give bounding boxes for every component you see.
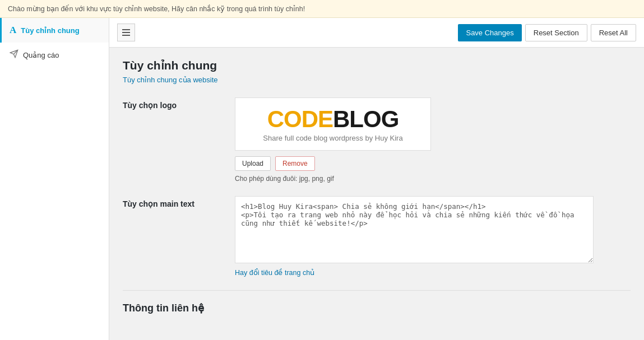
svg-rect-2 xyxy=(122,35,130,36)
upload-button[interactable]: Upload xyxy=(235,156,271,171)
quang-cao-icon xyxy=(10,49,18,60)
sidebar-item-tuy-chinh-chung[interactable]: A Tùy chỉnh chung xyxy=(0,18,109,43)
divider xyxy=(123,290,631,291)
main-text-field: Hay đổi tiêu đề trang chủ xyxy=(235,196,631,277)
logo-tagline: Share full code blog wordpress by Huy Ki… xyxy=(243,134,423,142)
page-title: Tùy chỉnh chung xyxy=(123,59,631,72)
reset-section-button[interactable]: Reset Section xyxy=(525,24,587,41)
top-notice: Chào mừng bạn đến với khu vực tùy chỉnh … xyxy=(0,0,644,18)
save-changes-button[interactable]: Save Changes xyxy=(458,24,521,41)
logo-field: CODEBLOG Share full code blog wordpress … xyxy=(235,97,631,183)
svg-rect-0 xyxy=(122,29,130,30)
main-text-label: Tùy chọn main text xyxy=(123,196,235,208)
sidebar-item-label-tuy-chinh: Tùy chỉnh chung xyxy=(21,26,79,35)
logo-preview: CODEBLOG Share full code blog wordpress … xyxy=(235,97,431,151)
toolbar-left xyxy=(117,24,135,41)
sidebar: A Tùy chỉnh chung Quảng cáo xyxy=(0,18,109,340)
main-area: Save Changes Reset Section Reset All Tùy… xyxy=(109,18,644,340)
reset-all-button[interactable]: Reset All xyxy=(591,24,636,41)
menu-toggle-button[interactable] xyxy=(117,24,135,41)
page-subtitle: Tùy chỉnh chung của website xyxy=(123,76,631,84)
logo-blog-text: BLOG xyxy=(333,106,399,132)
contact-section-title: Thông tin liên hệ xyxy=(123,302,631,314)
content-area: Tùy chỉnh chung Tùy chỉnh chung của webs… xyxy=(109,48,644,340)
logo-code-text: CODE xyxy=(267,106,333,132)
change-title-link[interactable]: Hay đổi tiêu đề trang chủ xyxy=(235,268,631,277)
logo-row: Tùy chọn logo CODEBLOG Share full code b… xyxy=(123,97,631,183)
logo-label: Tùy chọn logo xyxy=(123,97,235,110)
sidebar-item-label-quang-cao: Quảng cáo xyxy=(23,51,59,59)
sidebar-item-quang-cao[interactable]: Quảng cáo xyxy=(0,43,109,67)
tuy-chinh-icon: A xyxy=(10,25,16,36)
logo-buttons: Upload Remove xyxy=(235,156,631,171)
main-text-textarea[interactable] xyxy=(235,196,594,263)
remove-button[interactable]: Remove xyxy=(275,156,315,171)
file-hint: Cho phép dùng đuôi: jpg, png, gif xyxy=(235,175,334,183)
main-text-row: Tùy chọn main text Hay đổi tiêu đề trang… xyxy=(123,196,631,277)
toolbar-right: Save Changes Reset Section Reset All xyxy=(458,24,636,41)
svg-rect-1 xyxy=(122,32,130,33)
toolbar: Save Changes Reset Section Reset All xyxy=(109,18,644,48)
